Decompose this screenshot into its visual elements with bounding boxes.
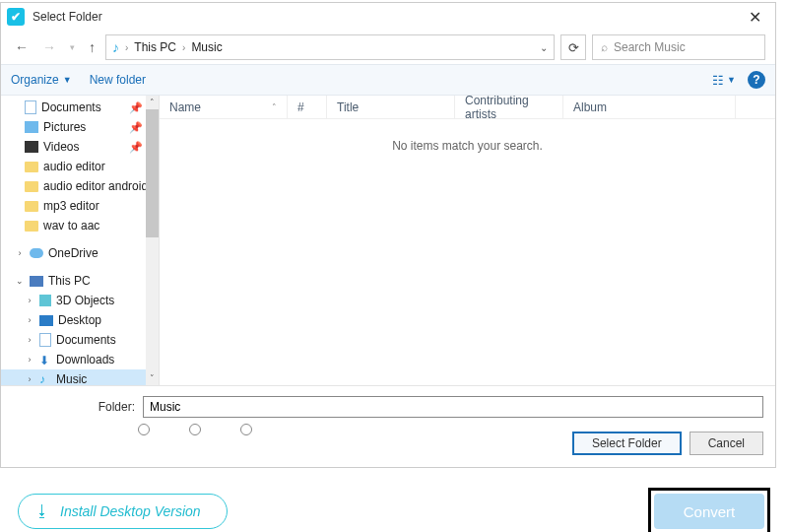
scroll-up-button[interactable]: ˄ — [146, 96, 159, 109]
select-folder-dialog: ✔ Select Folder ✕ ← → ▾ ↑ ♪ › This PC › … — [0, 2, 776, 468]
chevron-right-icon: › — [25, 374, 34, 384]
tree-item-documents[interactable]: Documents📌 — [1, 98, 159, 117]
empty-message: No items match your search. — [160, 119, 775, 172]
pc-icon — [30, 276, 43, 287]
document-icon — [39, 333, 51, 347]
cloud-icon — [30, 248, 43, 258]
window-title: Select Folder — [33, 10, 102, 24]
view-icon: ☷ — [712, 73, 724, 88]
tree-item-pictures[interactable]: Pictures📌 — [1, 117, 159, 137]
folder-icon — [25, 162, 38, 172]
download-icon: ⬇ — [39, 354, 51, 366]
search-placeholder: Search Music — [614, 40, 686, 54]
pin-icon: 📌 — [129, 121, 143, 134]
folder-icon — [25, 201, 38, 212]
column-album[interactable]: Album — [563, 96, 736, 118]
dialog-body: Documents📌 Pictures📌 Videos📌 audio edito… — [1, 96, 775, 385]
chevron-down-icon: ▼ — [727, 75, 736, 85]
back-button[interactable]: ← — [11, 37, 33, 57]
tree-item-desktop[interactable]: ›Desktop — [1, 310, 159, 330]
nav-row: ← → ▾ ↑ ♪ › This PC › Music ⌄ ⟳ ⌕ Search… — [1, 31, 775, 64]
address-bar[interactable]: ♪ › This PC › Music ⌄ — [105, 34, 555, 60]
tree-item-audio-editor-android[interactable]: audio editor android — [1, 176, 159, 196]
new-folder-button[interactable]: New folder — [90, 73, 146, 87]
file-list-pane: Name˄ # Title Contributing artists Album… — [159, 96, 775, 385]
tree-item-onedrive[interactable]: ›OneDrive — [1, 243, 159, 263]
tree-item-wav-to-aac[interactable]: wav to aac — [1, 216, 159, 235]
background-obscured-row — [98, 420, 788, 439]
chevron-right-icon: › — [25, 335, 34, 345]
lower-bar: ⭳ Install Desktop Version Convert — [0, 468, 788, 532]
column-headers: Name˄ # Title Contributing artists Album — [160, 96, 775, 119]
tree-item-documents-pc[interactable]: ›Documents — [1, 330, 159, 350]
toolbar: Organize▼ New folder ☷▼ ? — [1, 64, 775, 96]
search-icon: ⌕ — [601, 40, 608, 54]
folder-label: Folder: — [13, 400, 135, 414]
titlebar: ✔ Select Folder ✕ — [1, 3, 775, 31]
tree-item-mp3-editor[interactable]: mp3 editor — [1, 196, 159, 216]
tree-item-audio-editor[interactable]: audio editor — [1, 157, 159, 176]
refresh-button[interactable]: ⟳ — [560, 34, 586, 60]
recent-dropdown[interactable]: ▾ — [66, 40, 79, 54]
scroll-thumb[interactable] — [146, 109, 159, 237]
forward-button[interactable]: → — [38, 37, 60, 57]
download-icon: ⭳ — [34, 502, 50, 520]
column-artists[interactable]: Contributing artists — [455, 96, 563, 118]
chevron-down-icon: ⌄ — [15, 276, 25, 286]
folder-tree: Documents📌 Pictures📌 Videos📌 audio edito… — [1, 96, 159, 385]
tree-item-this-pc[interactable]: ⌄This PC — [1, 271, 159, 291]
pin-icon: 📌 — [129, 141, 143, 154]
document-icon — [25, 100, 36, 114]
organize-button[interactable]: Organize▼ — [11, 73, 72, 87]
chevron-right-icon: › — [15, 248, 25, 258]
tree-item-videos[interactable]: Videos📌 — [1, 137, 159, 157]
chevron-right-icon: › — [25, 315, 34, 325]
column-number[interactable]: # — [288, 96, 327, 118]
radio-icon — [138, 424, 150, 435]
search-input[interactable]: ⌕ Search Music — [592, 34, 765, 60]
3d-icon — [39, 295, 51, 306]
desktop-icon — [39, 315, 53, 326]
chevron-right-icon: › — [25, 296, 34, 305]
tree-scrollbar[interactable]: ˄ ˅ — [146, 96, 159, 385]
chevron-right-icon: › — [182, 42, 185, 53]
chevron-right-icon: › — [25, 355, 34, 365]
chevron-right-icon: › — [125, 42, 128, 53]
music-icon: ♪ — [112, 39, 119, 55]
radio-icon — [189, 424, 201, 435]
video-icon — [25, 141, 38, 153]
breadcrumb-current[interactable]: Music — [191, 40, 222, 54]
app-icon: ✔ — [7, 8, 25, 26]
install-desktop-button[interactable]: ⭳ Install Desktop Version — [18, 494, 228, 529]
convert-button[interactable]: Convert — [654, 494, 764, 529]
folder-icon — [25, 221, 38, 232]
picture-icon — [25, 121, 38, 133]
scroll-down-button[interactable]: ˅ — [146, 371, 159, 385]
radio-icon — [240, 424, 252, 435]
breadcrumb-root[interactable]: This PC — [134, 40, 176, 54]
tree-item-music[interactable]: ›♪Music — [1, 369, 159, 385]
chevron-down-icon: ▼ — [63, 75, 72, 85]
up-button[interactable]: ↑ — [85, 37, 99, 57]
column-title[interactable]: Title — [327, 96, 455, 118]
close-button[interactable]: ✕ — [741, 6, 769, 29]
sort-asc-icon: ˄ — [272, 102, 277, 112]
music-icon: ♪ — [39, 372, 51, 385]
address-dropdown[interactable]: ⌄ — [540, 42, 548, 53]
tree-item-3d-objects[interactable]: ›3D Objects — [1, 291, 159, 310]
pin-icon: 📌 — [129, 101, 143, 114]
tree-item-downloads[interactable]: ›⬇Downloads — [1, 350, 159, 369]
folder-input[interactable] — [143, 396, 763, 418]
convert-highlight: Convert — [648, 488, 770, 532]
view-options-button[interactable]: ☷▼ — [712, 73, 736, 88]
help-button[interactable]: ? — [748, 71, 765, 89]
column-name[interactable]: Name˄ — [160, 96, 288, 118]
folder-icon — [25, 181, 38, 192]
